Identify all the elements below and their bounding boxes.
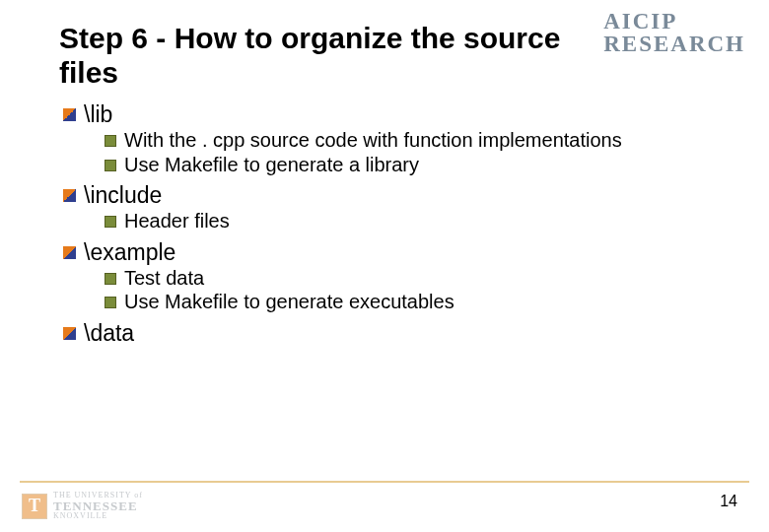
- square-bullet-icon: [105, 273, 116, 285]
- footer-divider: [20, 481, 749, 483]
- square-bullet-icon: [105, 135, 116, 147]
- university-logo: T THE UNIVERSITY of TENNESSEE KNOXVILLE: [22, 492, 143, 520]
- square-bullet-icon: [105, 216, 116, 228]
- brand-line2: Research: [603, 33, 745, 55]
- diamond-bullet-icon: [63, 108, 76, 121]
- university-text: THE UNIVERSITY of TENNESSEE KNOXVILLE: [53, 492, 143, 520]
- brand-logo: AICIP Research: [603, 10, 745, 56]
- list-item: \lib: [63, 101, 710, 128]
- list-item: Use Makefile to generate executables: [105, 291, 710, 314]
- diamond-bullet-icon: [63, 189, 76, 202]
- list-item: Use Makefile to generate a library: [105, 154, 710, 177]
- slide: AICIP Research Step 6 - How to organize …: [0, 0, 769, 532]
- page-number: 14: [720, 493, 737, 510]
- list-item: Test data: [105, 267, 710, 291]
- detail-text: With the . cpp source code with function…: [124, 129, 622, 153]
- diamond-bullet-icon: [63, 246, 76, 259]
- list-item: \example: [63, 239, 710, 266]
- uni-line: KNOXVILLE: [53, 512, 143, 520]
- detail-text: Use Makefile to generate a library: [124, 154, 419, 177]
- folder-data: \data: [84, 320, 134, 347]
- list-item: \data: [63, 320, 710, 347]
- folder-example: \example: [84, 239, 175, 266]
- folder-include: \include: [84, 182, 162, 209]
- slide-content: \lib With the . cpp source code with fun…: [63, 101, 710, 347]
- square-bullet-icon: [105, 160, 116, 171]
- square-bullet-icon: [105, 297, 116, 308]
- slide-title: Step 6 - How to organize the source file…: [59, 22, 572, 90]
- ut-t-icon: T: [22, 494, 47, 519]
- detail-text: Header files: [124, 210, 230, 233]
- brand-line1: AICIP: [603, 10, 745, 33]
- diamond-bullet-icon: [63, 327, 76, 340]
- detail-text: Test data: [124, 267, 204, 291]
- detail-text: Use Makefile to generate executables: [124, 291, 454, 314]
- list-item: Header files: [105, 210, 710, 233]
- list-item: With the . cpp source code with function…: [105, 129, 710, 153]
- list-item: \include: [63, 182, 710, 209]
- folder-lib: \lib: [84, 101, 112, 128]
